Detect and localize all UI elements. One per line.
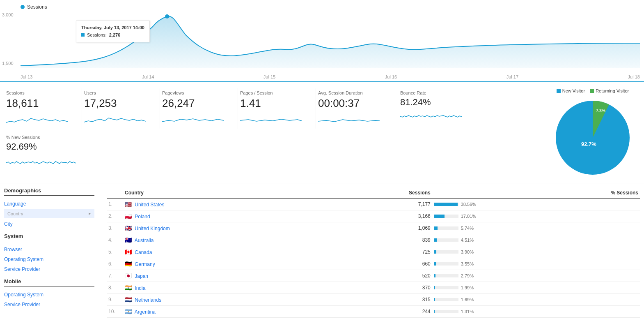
pct-bar-wrap <box>434 215 458 218</box>
system-section: System Browser Operating System Service … <box>4 233 94 274</box>
country-link[interactable]: Australia <box>135 238 154 243</box>
legend-new-visitor-label: New Visitor <box>562 88 585 93</box>
tooltip-date: Thursday, July 13, 2017 14:00 <box>81 24 144 32</box>
nav-browser[interactable]: Browser <box>4 245 94 254</box>
metric-new-sessions-sparkline <box>6 155 76 167</box>
cell-pct: 2.79% <box>432 270 640 282</box>
country-link[interactable]: United States <box>135 202 164 208</box>
svg-point-0 <box>165 14 169 18</box>
nav-mobile-service-provider[interactable]: Service Provider <box>4 300 94 309</box>
cell-pct: 1.31% <box>432 306 640 318</box>
country-flag: 🇺🇸 <box>125 201 132 208</box>
metric-users-value: 17,253 <box>84 97 154 110</box>
x-label-4: Jul 17 <box>506 74 518 79</box>
y-label-top: 3,000 <box>2 12 14 17</box>
pie-svg: 92.7% 7.3% <box>552 97 634 179</box>
country-link[interactable]: Japan <box>135 273 148 279</box>
metric-pages-session: Pages / Session 1.41 <box>238 88 316 129</box>
country-flag: 🇵🇱 <box>125 213 132 219</box>
metric-avg-session-label: Avg. Session Duration <box>318 90 392 95</box>
table-row: 4. 🇦🇺 Australia 839 4.51% <box>107 234 640 246</box>
country-flag: 🇦🇷 <box>125 308 132 315</box>
country-flag: 🇮🇳 <box>125 284 132 291</box>
metric-sessions-label: Sessions <box>6 90 76 95</box>
country-table: Country Sessions % Sessions 1. 🇺🇸 United… <box>107 187 640 318</box>
col-pct-header: % Sessions <box>432 187 640 199</box>
country-link[interactable]: United Kingdom <box>135 226 170 231</box>
table-header-row: Country Sessions % Sessions <box>107 187 640 199</box>
cell-rank: 8. <box>107 282 123 294</box>
pct-bar-fill <box>434 298 435 301</box>
metric-pageviews: Pageviews 26,247 <box>160 88 238 129</box>
x-label-0: Jul 13 <box>21 74 32 79</box>
cell-rank: 4. <box>107 234 123 246</box>
pct-bar-wrap <box>434 203 458 206</box>
x-label-2: Jul 15 <box>264 74 275 79</box>
cell-pct: 3.90% <box>432 246 640 258</box>
country-flag: 🇨🇦 <box>125 249 132 255</box>
metric-pages-session-label: Pages / Session <box>240 90 309 95</box>
table-row: 2. 🇵🇱 Poland 3,166 17.01% <box>107 210 640 222</box>
tooltip-color-square <box>81 33 85 37</box>
tooltip-value: 2,276 <box>109 32 121 39</box>
metric-new-sessions-label: % New Sessions <box>6 135 76 140</box>
y-label-mid: 1,500 <box>2 61 14 66</box>
pct-bar-fill <box>434 226 438 230</box>
legend-returning-visitor: Returning Visitor <box>590 88 629 93</box>
cell-country: 🇦🇺 Australia <box>123 234 327 246</box>
mobile-section: Mobile Operating System Service Provider <box>4 278 94 309</box>
nav-service-provider[interactable]: Service Provider <box>4 264 94 274</box>
x-label-5: Jul 18 <box>628 74 640 79</box>
cell-sessions: 244 <box>327 306 432 318</box>
nav-language[interactable]: Language <box>4 199 94 209</box>
pct-text: 3.90% <box>461 249 474 254</box>
country-link[interactable]: Canada <box>135 249 152 255</box>
country-flag: 🇯🇵 <box>125 273 132 279</box>
country-flag: 🇳🇱 <box>125 296 132 303</box>
cell-sessions: 1,069 <box>327 222 432 234</box>
legend-returning-visitor-label: Returning Visitor <box>596 88 629 93</box>
pct-bar-fill <box>434 215 445 218</box>
x-label-1: Jul 14 <box>142 74 154 79</box>
country-link[interactable]: Germany <box>135 261 155 267</box>
cell-rank: 7. <box>107 270 123 282</box>
cell-country: 🇳🇱 Netherlands <box>123 294 327 306</box>
nav-city[interactable]: City <box>4 219 94 229</box>
pct-text: 38.56% <box>461 202 476 207</box>
country-link[interactable]: Poland <box>135 214 150 219</box>
table-row: 9. 🇳🇱 Netherlands 315 1.69% <box>107 294 640 306</box>
country-link[interactable]: Argentina <box>135 309 156 315</box>
demographics-heading: Demographics <box>4 187 94 196</box>
chart-x-labels: Jul 13 Jul 14 Jul 15 Jul 16 Jul 17 Jul 1… <box>21 74 640 79</box>
cell-pct: 4.51% <box>432 234 640 246</box>
col-sessions-header: Sessions <box>327 187 432 199</box>
pct-text: 17.01% <box>461 214 476 219</box>
chart-legend-dot <box>21 5 25 9</box>
mobile-heading: Mobile <box>4 278 94 286</box>
metric-avg-session-sparkline <box>318 112 392 125</box>
nav-mobile-os[interactable]: Operating System <box>4 290 94 300</box>
legend-new-visitor: New Visitor <box>557 88 585 93</box>
metric-sessions-sparkline <box>6 112 76 125</box>
pct-bar-fill <box>434 250 436 254</box>
cell-pct: 1.69% <box>432 294 640 306</box>
country-link[interactable]: India <box>135 285 145 291</box>
metric-pages-session-sparkline <box>240 112 309 125</box>
col-rank <box>107 187 123 199</box>
cell-sessions: 725 <box>327 246 432 258</box>
pct-text: 4.51% <box>461 238 474 242</box>
x-label-3: Jul 16 <box>385 74 397 79</box>
nav-operating-system[interactable]: Operating System <box>4 254 94 264</box>
nav-country-active[interactable]: Country ▸ <box>4 209 94 218</box>
cell-rank: 2. <box>107 210 123 222</box>
metrics-left: Sessions 18,611 Users 17,253 Pageviews 2… <box>4 88 545 175</box>
cell-rank: 1. <box>107 199 123 210</box>
pct-text: 1.99% <box>461 285 474 290</box>
cell-sessions: 7,177 <box>327 199 432 210</box>
cell-sessions: 520 <box>327 270 432 282</box>
cell-rank: 5. <box>107 246 123 258</box>
metric-pageviews-label: Pageviews <box>162 90 231 95</box>
pct-bar-fill <box>434 286 435 289</box>
country-link[interactable]: Netherlands <box>135 297 161 303</box>
bottom-section: Demographics Language Country ▸ City Sys… <box>0 183 644 321</box>
